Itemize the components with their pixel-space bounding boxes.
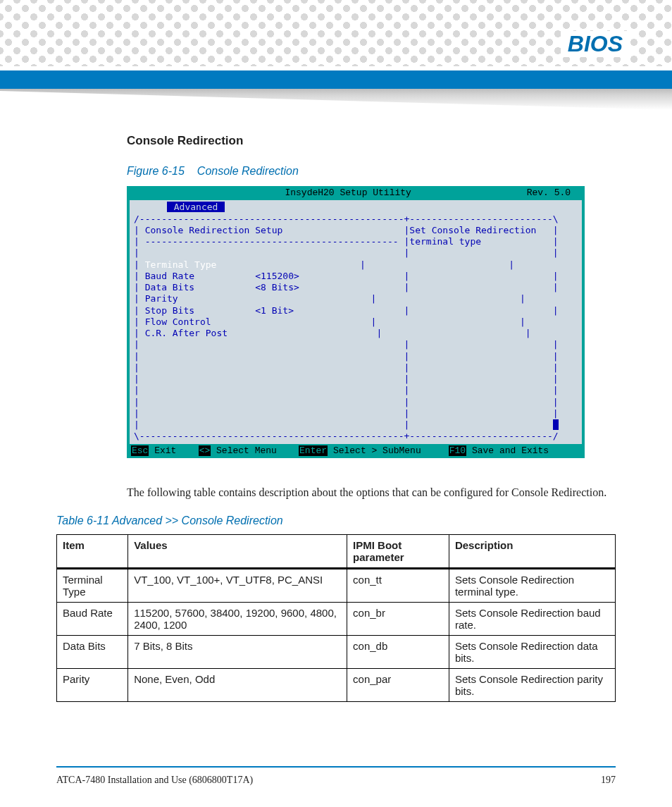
bios-body: Advanced /------------------------------… [127, 200, 585, 443]
figure-title: Console Redirection [197, 165, 299, 177]
table-row: Baud Rate115200, 57600, 38400, 19200, 96… [57, 603, 616, 636]
figure-number: Figure 6-15 [127, 165, 185, 177]
section-title: Console Redirection [127, 134, 616, 148]
bios-footer: Esc Exit <> Select Menu Enter Select > S… [127, 444, 585, 458]
table-header: Description [449, 535, 615, 569]
footer-doc-id: ATCA-7480 Installation and Use (6806800T… [56, 775, 253, 786]
table-header: Item [57, 535, 128, 569]
options-table: ItemValuesIPMI Boot parameterDescription… [56, 534, 616, 702]
table-cell: 115200, 57600, 38400, 19200, 9600, 4800,… [128, 603, 347, 636]
table-row: Data Bits7 Bits, 8 Bitscon_dbSets Consol… [57, 636, 616, 669]
table-cell: con_br [347, 603, 449, 636]
page-number: 197 [601, 775, 616, 786]
table-cell: Sets Console Redirection baud rate. [449, 603, 615, 636]
body-paragraph: The following table contains description… [127, 485, 616, 500]
table-cell: VT_100, VT_100+, VT_UTF8, PC_ANSI [128, 569, 347, 603]
table-cell: con_par [347, 669, 449, 702]
table-cell: con_db [347, 636, 449, 669]
bios-screenshot: InsydeH20 Setup Utility Rev. 5.0 Advance… [127, 186, 585, 458]
table-cell: Data Bits [57, 636, 128, 669]
table-cell: con_tt [347, 569, 449, 603]
page-footer: ATCA-7480 Installation and Use (6806800T… [56, 766, 616, 786]
table-cell: Sets Console Redirection data bits. [449, 636, 615, 669]
table-cell: Sets Console Redirection parity bits. [449, 669, 615, 702]
table-cell: None, Even, Odd [128, 669, 347, 702]
table-cell: 7 Bits, 8 Bits [128, 636, 347, 669]
table-row: Terminal TypeVT_100, VT_100+, VT_UTF8, P… [57, 569, 616, 603]
table-caption: Table 6-11 Advanced >> Console Redirecti… [56, 515, 616, 527]
table-cell: Sets Console Redirection terminal type. [449, 569, 615, 603]
table-cell: Parity [57, 669, 128, 702]
table-row: ParityNone, Even, Oddcon_parSets Console… [57, 669, 616, 702]
table-header: Values [128, 535, 347, 569]
table-cell: Baud Rate [57, 603, 128, 636]
bios-utility-title: InsydeH20 Setup Utility Rev. 5.0 [127, 186, 585, 200]
figure-caption: Figure 6-15Console Redirection [127, 165, 616, 178]
table-header: IPMI Boot parameter [347, 535, 449, 569]
table-cell: Terminal Type [57, 569, 128, 603]
